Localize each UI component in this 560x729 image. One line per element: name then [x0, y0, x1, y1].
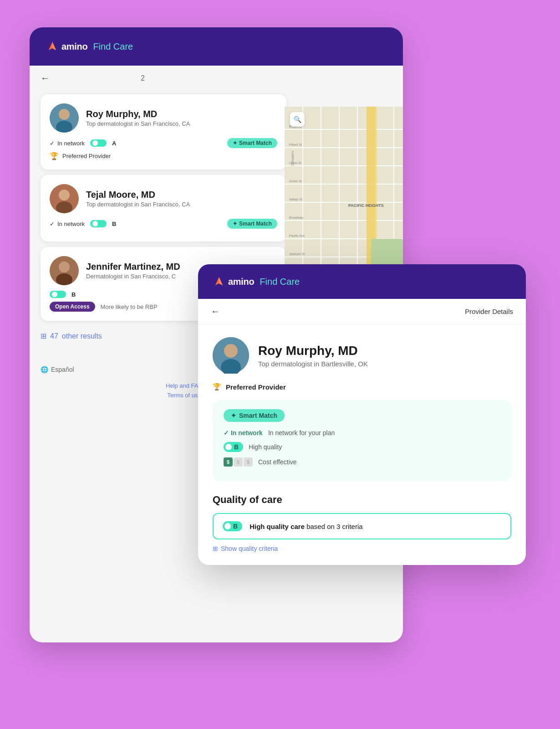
quality-box-dot: [224, 523, 231, 529]
avatar-circle-2: [50, 256, 79, 285]
other-results-label: other results: [62, 332, 102, 340]
quality-pill-0: [90, 139, 107, 147]
amino-icon: [46, 40, 59, 53]
svg-text:Divisadero: Divisadero: [291, 151, 294, 166]
front-quality-pill: B: [224, 442, 243, 452]
quality-pill-1: [90, 220, 107, 227]
terms-link[interactable]: Terms of use: [167, 392, 201, 399]
svg-text:Pacific Ave: Pacific Ave: [289, 234, 305, 237]
provider-avatar-0: [50, 103, 79, 133]
provider-badges-1: ✓ In network B ✦ Smart Match: [50, 219, 277, 229]
front-card-header: amino Find Care: [198, 264, 526, 299]
network-label-1: In network: [57, 221, 85, 227]
quality-box: B High quality care based on 3 criteria: [213, 513, 511, 539]
avatar-circle-0: [50, 103, 79, 133]
svg-point-32: [59, 190, 70, 200]
criteria-text-2: Cost effective: [258, 458, 297, 466]
preferred-provider-0: 🏆 Preferred Provider: [50, 152, 277, 160]
criteria-row-0: ✓ In network In network for your plan: [224, 429, 500, 436]
provider-name-1: Tejal Moore, MD: [86, 190, 190, 200]
front-card: amino Find Care ← Provider Details: [198, 264, 526, 565]
quality-box-pill: B: [223, 521, 242, 531]
smart-match-badge-1: ✦ Smart Match: [227, 219, 277, 229]
cost-icons: $ $ $: [224, 457, 253, 467]
smart-match-icon-0: ✦: [233, 140, 237, 146]
front-preferred-row: 🏆 Preferred Provider: [213, 383, 511, 391]
quality-pill-inner-1: [92, 221, 98, 226]
quality-care-section: Quality of care B High quality care base…: [213, 494, 511, 552]
network-checkmark-0: ✓: [50, 140, 55, 147]
provider-subtitle-2: Dermatologist in San Francisco, C: [86, 273, 180, 280]
network-label-0: In network: [57, 140, 85, 147]
front-nav: ← Provider Details: [198, 299, 526, 324]
front-preferred-label: Preferred Provider: [226, 383, 286, 391]
avatar-image-1: [50, 184, 79, 213]
provider-avatar-1: [50, 184, 79, 213]
svg-point-29: [59, 109, 70, 120]
front-amino-logo: amino: [213, 275, 254, 288]
in-network-check: ✓ In network: [224, 429, 263, 436]
show-criteria-text: Show quality criteria: [221, 545, 278, 552]
criteria-text-1: High quality: [249, 443, 282, 451]
smart-match-badge-0: ✦ Smart Match: [227, 138, 277, 148]
criteria-row-1: B High quality: [224, 442, 500, 452]
dollar-2: $: [234, 457, 243, 467]
other-results-count: 47: [50, 332, 58, 340]
svg-text:PACIFIC HEIGHTS: PACIFIC HEIGHTS: [348, 203, 384, 208]
provider-details-title: Provider Details: [465, 308, 513, 315]
svg-text:Vallejo St.: Vallejo St.: [289, 198, 303, 201]
show-criteria-btn[interactable]: ⊞ Show quality criteria: [213, 545, 511, 552]
back-nav-bar: ← 2: [30, 66, 403, 91]
provider-top-0: Roy Murphy, MD Top dermatologist in San …: [50, 103, 277, 133]
language-label: Español: [51, 366, 74, 373]
trophy-icon-0: 🏆: [50, 152, 59, 160]
grade-label-0: A: [112, 140, 116, 147]
rbp-text-2: More likely to be RBP: [101, 303, 158, 310]
provider-info-1: Tejal Moore, MD Top dermatologist in San…: [86, 190, 190, 208]
provider-card-1[interactable]: Tejal Moore, MD Top dermatologist in San…: [41, 175, 286, 241]
avatar-circle-1: [50, 184, 79, 213]
smart-match-text-1: Smart Match: [239, 221, 272, 227]
amino-wordmark: amino: [61, 41, 87, 52]
provider-info-0: Roy Murphy, MD Top dermatologist in San …: [86, 109, 190, 127]
smart-match-title-text: Smart Match: [239, 412, 277, 419]
quality-pill-2: [50, 291, 66, 298]
svg-point-35: [59, 262, 70, 272]
front-body: Roy Murphy, MD Top dermatologist in Bart…: [198, 324, 526, 565]
front-grade: B: [234, 443, 239, 451]
front-trophy-icon: 🏆: [213, 383, 221, 391]
svg-text:Broadway: Broadway: [289, 216, 304, 220]
globe-icon: 🌐: [41, 366, 48, 373]
quality-box-text: High quality care based on 3 criteria: [249, 523, 362, 530]
provider-subtitle-1: Top dermatologist in San Francisco, CA: [86, 201, 190, 208]
front-avatar: [213, 337, 249, 374]
front-provider-subtitle: Top dermatologist in Bartlesville, OK: [258, 360, 368, 368]
find-care-label: Find Care: [93, 41, 133, 52]
svg-text:Green St: Green St: [289, 180, 302, 183]
criteria-text-0: In network for your plan: [268, 429, 335, 436]
grade-label-1: B: [112, 221, 116, 227]
map-search-icon[interactable]: 🔍: [290, 112, 305, 127]
provider-name-0: Roy Murphy, MD: [86, 109, 190, 119]
provider-card-0[interactable]: Roy Murphy, MD Top dermatologist in San …: [41, 94, 286, 169]
in-network-badge-1: ✓ In network: [50, 221, 85, 227]
dollar-3: $: [244, 457, 253, 467]
language-selector[interactable]: 🌐 Español: [41, 366, 74, 373]
open-access-badge-2: Open Access: [50, 302, 95, 312]
back-arrow-btn[interactable]: ←: [41, 73, 50, 83]
provider-avatar-2: [50, 256, 79, 285]
quality-care-title: Quality of care: [213, 494, 511, 506]
quality-box-strong: High quality care: [249, 523, 305, 530]
avatar-image-2: [50, 256, 79, 285]
criteria-row-2: $ $ $ Cost effective: [224, 457, 500, 467]
back-card-header: amino Find Care: [30, 27, 403, 66]
amino-logo: amino: [46, 40, 87, 53]
svg-text:Filbert St: Filbert St: [289, 143, 302, 146]
smart-match-title-icon: ✦: [231, 412, 236, 419]
front-provider-top: Roy Murphy, MD Top dermatologist in Bart…: [213, 337, 511, 374]
svg-point-38: [224, 344, 238, 358]
provider-top-1: Tejal Moore, MD Top dermatologist in San…: [50, 184, 277, 213]
in-network-badge-0: ✓ In network: [50, 140, 85, 147]
quality-box-subtext: based on 3 criteria: [306, 523, 362, 530]
front-back-arrow[interactable]: ←: [211, 306, 220, 317]
